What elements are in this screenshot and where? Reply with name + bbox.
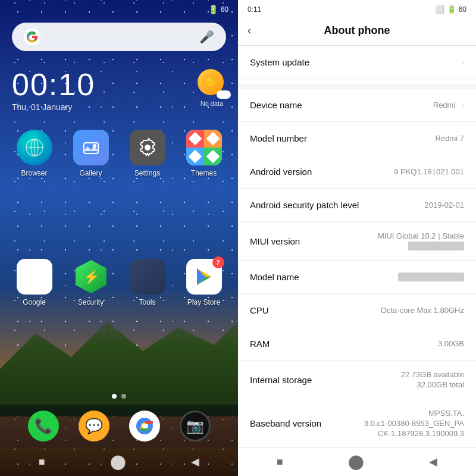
left-nav-bar: ■ ⬤ ◀ xyxy=(0,447,238,476)
gallery-label: Gallery xyxy=(79,169,102,177)
battery-level: 60 xyxy=(221,5,228,14)
android-version-row[interactable]: Android version 9 PKQ1.181021.001 xyxy=(238,155,476,189)
settings-list: System update › Device name Redmi › Mode… xyxy=(238,46,476,447)
right-nav-triangle[interactable]: ◀ xyxy=(429,455,437,468)
baseband-row[interactable]: Baseband version MPSS.TA. 3.0.c1-00380-8… xyxy=(238,399,476,447)
device-name-label: Device name xyxy=(250,100,433,110)
search-bar[interactable]: 🎤 xyxy=(12,23,226,51)
device-name-chevron: › xyxy=(461,101,464,110)
cpu-label: CPU xyxy=(250,305,381,315)
security-label: Security xyxy=(78,298,104,306)
weather-widget: ☀️ No data xyxy=(198,69,226,107)
baseband-value: MPSS.TA. 3.0.c1-00380-8953_GEN_PA CK-1.1… xyxy=(364,409,464,438)
model-number-label: Model number xyxy=(250,133,436,143)
phone-dock-icon[interactable]: 📞 xyxy=(28,411,59,441)
chrome-dock-icon[interactable] xyxy=(129,411,160,441)
system-update-chevron: › xyxy=(461,58,464,67)
gallery-icon xyxy=(73,130,109,165)
browser-label: Browser xyxy=(21,169,47,177)
left-nav-triangle[interactable]: ◀ xyxy=(191,455,199,468)
system-update-label: System update xyxy=(250,57,459,67)
right-nav-circle[interactable]: ⬤ xyxy=(348,453,364,470)
page-title: About phone xyxy=(324,24,390,37)
storage-row[interactable]: Internal storage 22.73GB available 32.00… xyxy=(238,361,476,399)
device-name-value: Redmi › xyxy=(433,101,464,110)
device-name-row[interactable]: Device name Redmi › xyxy=(238,89,476,122)
clock-display: 00:10 Thu, 01 January xyxy=(12,69,95,112)
security-patch-value: 2019-02-01 xyxy=(425,201,465,209)
left-nav-circle[interactable]: ⬤ xyxy=(110,453,126,470)
right-nav-bar: ■ ⬤ ◀ xyxy=(238,447,476,476)
right-status-bar: 0:11 ⬜ 🔋 60 xyxy=(238,0,476,16)
playstore-badge: 7 xyxy=(212,256,224,268)
weather-label: No data xyxy=(201,100,224,107)
right-header: ‹ About phone xyxy=(238,16,476,46)
page-dots xyxy=(0,388,238,405)
right-status-time: 0:11 xyxy=(248,5,261,14)
right-nav-square[interactable]: ■ xyxy=(277,456,283,468)
playstore-label: Play Store xyxy=(187,298,220,306)
clock-area: 00:10 Thu, 01 January ☀️ No data xyxy=(0,57,238,118)
svg-point-17 xyxy=(142,424,147,428)
miui-version-label: MIUI version xyxy=(250,236,378,246)
weather-cloud xyxy=(217,90,231,99)
svg-rect-4 xyxy=(84,143,98,154)
svg-point-6 xyxy=(93,144,96,148)
left-nav-square[interactable]: ■ xyxy=(39,456,45,468)
security-icon: ⚡ xyxy=(73,259,109,295)
back-button[interactable]: ‹ xyxy=(248,24,251,37)
android-version-value: 9 PKQ1.181021.001 xyxy=(394,167,464,176)
system-update-value: › xyxy=(459,58,464,67)
miui-version-value: MIUI Global 10.2 | Stable ████████████ xyxy=(378,231,464,250)
playstore-icon: 7 xyxy=(186,259,222,295)
svg-point-7 xyxy=(145,145,151,151)
app-item-tools[interactable]: Tools xyxy=(122,259,173,376)
themes-icon xyxy=(186,130,222,165)
miui-version-row[interactable]: MIUI version MIUI Global 10.2 | Stable █… xyxy=(238,222,476,261)
security-patch-label: Android security patch level xyxy=(250,200,425,210)
app-item-google[interactable]: Google xyxy=(9,259,60,376)
model-number-value: Redmi 7 xyxy=(436,134,464,143)
app-item-themes[interactable]: Themes xyxy=(178,130,229,247)
model-name-value: ████████████ xyxy=(398,273,464,281)
battery-icon: 🔋 xyxy=(208,5,218,14)
right-battery-indicator: ⬜ 🔋 xyxy=(435,5,456,14)
svg-text:⚡: ⚡ xyxy=(83,269,99,285)
mic-icon[interactable]: 🎤 xyxy=(199,30,214,44)
right-battery-level: 60 xyxy=(459,5,466,14)
browser-icon xyxy=(17,130,52,165)
tools-label: Tools xyxy=(139,298,155,306)
app-item-security[interactable]: ⚡ Security xyxy=(65,259,116,376)
tools-icon xyxy=(130,259,165,295)
model-name-row[interactable]: Model name ████████████ xyxy=(238,261,476,294)
storage-label: Internal storage xyxy=(250,375,401,385)
messages-dock-icon[interactable]: 💬 xyxy=(79,411,109,441)
model-name-label: Model name xyxy=(250,272,398,282)
clock-time: 00:10 xyxy=(12,69,95,100)
security-patch-row[interactable]: Android security patch level 2019-02-01 xyxy=(238,189,476,222)
left-panel: 🔋 60 🎤 00:10 Thu, 01 January ☀️ No data xyxy=(0,0,238,476)
ram-label: RAM xyxy=(250,339,438,349)
app-grid: Browser Gallery Settings xyxy=(0,118,238,388)
left-status-bar: 🔋 60 xyxy=(0,0,238,17)
dot-2 xyxy=(121,394,126,399)
ram-row[interactable]: RAM 3.00GB xyxy=(238,327,476,361)
themes-label: Themes xyxy=(191,169,217,177)
app-item-gallery[interactable]: Gallery xyxy=(65,130,116,247)
baseband-label: Baseband version xyxy=(250,418,364,428)
bottom-dock: 📞 💬 📷 xyxy=(0,405,238,447)
app-item-browser[interactable]: Browser xyxy=(9,130,60,247)
system-update-row[interactable]: System update › xyxy=(238,46,476,79)
camera-dock-icon[interactable]: 📷 xyxy=(180,411,211,441)
dot-1 xyxy=(112,394,117,399)
app-item-playstore[interactable]: 7 Play Store xyxy=(178,259,229,376)
app-item-settings[interactable]: Settings xyxy=(122,130,173,247)
google-logo xyxy=(24,29,40,45)
storage-value: 22.73GB available 32.00GB total xyxy=(401,370,464,389)
cpu-row[interactable]: CPU Octa-core Max 1.80GHz xyxy=(238,294,476,327)
cpu-value: Octa-core Max 1.80GHz xyxy=(381,306,464,315)
google-icon xyxy=(17,259,52,295)
divider xyxy=(238,84,476,89)
clock-date: Thu, 01 January xyxy=(12,102,95,112)
model-number-row[interactable]: Model number Redmi 7 xyxy=(238,122,476,155)
